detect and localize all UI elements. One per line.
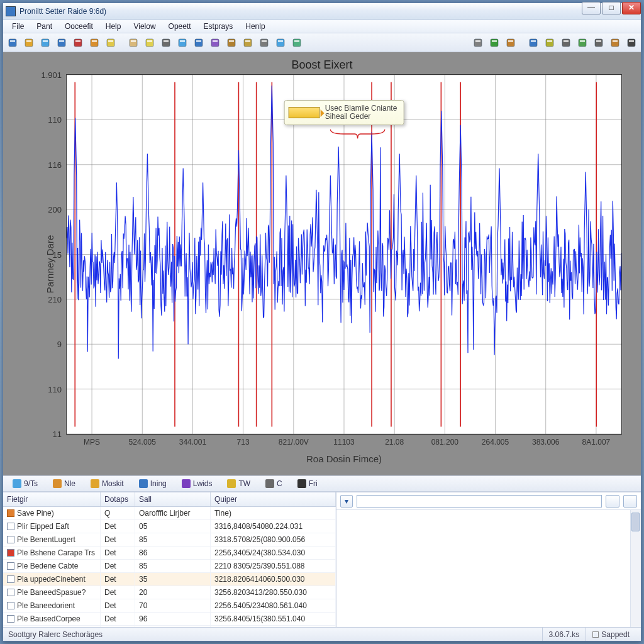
sparkle-button[interactable] <box>104 36 118 50</box>
table-row[interactable]: Ple Bedene CabteDet852210 8305/25/390.55… <box>3 560 336 573</box>
export-button[interactable] <box>192 36 206 50</box>
row-checkbox[interactable] <box>7 589 14 596</box>
svg-rect-36 <box>474 39 482 47</box>
search-input[interactable] <box>357 495 602 508</box>
svg-rect-37 <box>475 40 480 42</box>
wizard-button[interactable] <box>22 36 36 50</box>
x-tick: 383.006 <box>532 434 559 447</box>
table-row[interactable]: Ple BenentLugertDet853318.5708/25(080.90… <box>3 533 336 547</box>
maximize-button[interactable]: □ <box>602 2 621 14</box>
table-row[interactable]: Ple Bshene Carape TrsDet862256,3405/24(3… <box>3 547 336 560</box>
search-button-2[interactable] <box>623 495 637 508</box>
tab-c[interactable]: C <box>258 477 289 491</box>
log-area[interactable] <box>336 510 641 627</box>
pencil-button[interactable] <box>575 36 589 50</box>
x-tick: 821/.00V <box>279 434 309 447</box>
ruler-icon <box>289 107 320 118</box>
menu-estprays[interactable]: Estprays <box>199 21 238 32</box>
row-checkbox[interactable] <box>7 509 14 517</box>
callout-line1: Usec Blamile Cniante <box>325 104 397 113</box>
table-row[interactable]: Ple BausedCorpeeDet963256.8405/15(380.55… <box>3 613 336 626</box>
svg-rect-6 <box>58 39 65 47</box>
status-right[interactable]: Sappedt <box>586 628 636 641</box>
row-checkbox[interactable] <box>7 575 14 583</box>
new-doc-button[interactable] <box>6 36 19 50</box>
world-button[interactable] <box>526 36 540 50</box>
dd-button[interactable] <box>559 36 573 50</box>
folder-button[interactable] <box>126 36 140 50</box>
palette-button[interactable] <box>504 36 518 50</box>
row-checkbox[interactable] <box>7 536 14 543</box>
menu-ooceefit[interactable]: Ooceefit <box>60 21 98 32</box>
col-header-sall[interactable]: Sall <box>135 492 211 506</box>
record-button[interactable] <box>71 36 85 50</box>
tab-ining[interactable]: Ining <box>132 477 174 491</box>
table-row[interactable]: Ple BaneedorientDet702256.5405/234080.56… <box>3 599 336 613</box>
globe2-button[interactable] <box>487 36 501 50</box>
row-checkbox[interactable] <box>7 602 14 609</box>
grid-button[interactable] <box>290 36 304 50</box>
svg-rect-22 <box>195 39 203 47</box>
table-row[interactable]: Plir Eipped EaftDet053316,8408/54080.224… <box>3 520 336 533</box>
image-button[interactable] <box>38 36 52 50</box>
tab-icon <box>13 479 21 488</box>
scroll-thumb[interactable] <box>631 513 640 531</box>
menu-pant[interactable]: Pant <box>31 21 57 32</box>
table-row[interactable]: Ple BaneedSpasue?Det203256.8203413/280.5… <box>3 586 336 599</box>
col-header-dotaps[interactable]: Dotaps <box>101 492 135 506</box>
picture-button[interactable] <box>274 36 287 50</box>
app-button[interactable] <box>55 36 69 50</box>
minimize-button[interactable]: ― <box>582 2 601 14</box>
tab-tw[interactable]: TW <box>220 477 257 491</box>
menu-henlp[interactable]: Henlp <box>240 21 270 32</box>
globe-clock-button[interactable] <box>175 36 189 50</box>
callout-line2: Siheail Geder <box>325 112 371 121</box>
magic-button[interactable] <box>543 36 557 50</box>
measurement-callout[interactable]: Usec Blamile Cniante Siheail Geder <box>284 100 404 125</box>
ddots-button[interactable] <box>625 36 638 50</box>
row-checkbox[interactable] <box>7 549 14 557</box>
plot-canvas[interactable]: Usec Blamile Cniante Siheail Geder 1.901… <box>66 74 622 435</box>
flask-button[interactable] <box>208 36 222 50</box>
slide-button[interactable] <box>608 36 622 50</box>
window-button[interactable] <box>471 36 485 50</box>
menu-file[interactable]: File <box>7 21 29 32</box>
menu-opeett[interactable]: Opeett <box>164 21 196 32</box>
tab-lwids[interactable]: Lwids <box>175 477 219 491</box>
row-checkbox[interactable] <box>7 523 14 530</box>
tab-nle[interactable]: Nle <box>46 477 82 491</box>
tab-moskit[interactable]: Moskit <box>84 477 131 491</box>
y-tick: 1.901 <box>41 70 67 80</box>
row-checkbox[interactable] <box>7 615 14 623</box>
app-icon <box>6 6 16 16</box>
box-button[interactable] <box>241 36 255 50</box>
menu-vielow[interactable]: Vielow <box>128 21 160 32</box>
table-row[interactable]: Save Pine)QOarofffic LirjberTine) <box>3 507 336 520</box>
dd2-button[interactable] <box>592 36 606 50</box>
close-button[interactable]: ✕ <box>622 2 641 14</box>
scrollbar[interactable] <box>630 510 641 627</box>
tools-button[interactable] <box>257 36 271 50</box>
svg-rect-7 <box>59 40 64 42</box>
search-button-1[interactable] <box>606 495 619 508</box>
tab-fri[interactable]: Fri <box>291 477 325 491</box>
row-checkbox[interactable] <box>7 562 14 570</box>
tab-9/ts[interactable]: 9/Ts <box>6 477 45 491</box>
x-tick: 713 <box>237 434 250 447</box>
tab-icon <box>53 479 62 488</box>
svg-rect-48 <box>579 39 586 47</box>
tab-icon <box>265 479 274 488</box>
clock-button[interactable] <box>159 36 173 50</box>
table-row[interactable]: Pla uppedeCinebentDet353218.8206414060.5… <box>3 573 336 586</box>
menu-help[interactable]: Help <box>101 21 126 32</box>
note-button[interactable] <box>143 36 157 50</box>
col-header-quiper[interactable]: Quiper <box>211 492 336 506</box>
svg-rect-49 <box>580 40 585 42</box>
svg-rect-32 <box>277 39 284 47</box>
data-grid: FietgirDotapsSallQuiper Save Pine)QOarof… <box>3 492 336 627</box>
col-header-fietgir[interactable]: Fietgir <box>3 492 101 506</box>
filter-dropdown[interactable]: ▾ <box>340 495 353 508</box>
target-button[interactable] <box>87 36 101 50</box>
bottom-tabstrip: 9/TsNleMoskitIningLwidsTWCFri <box>3 475 641 492</box>
lock-button[interactable] <box>225 36 238 50</box>
